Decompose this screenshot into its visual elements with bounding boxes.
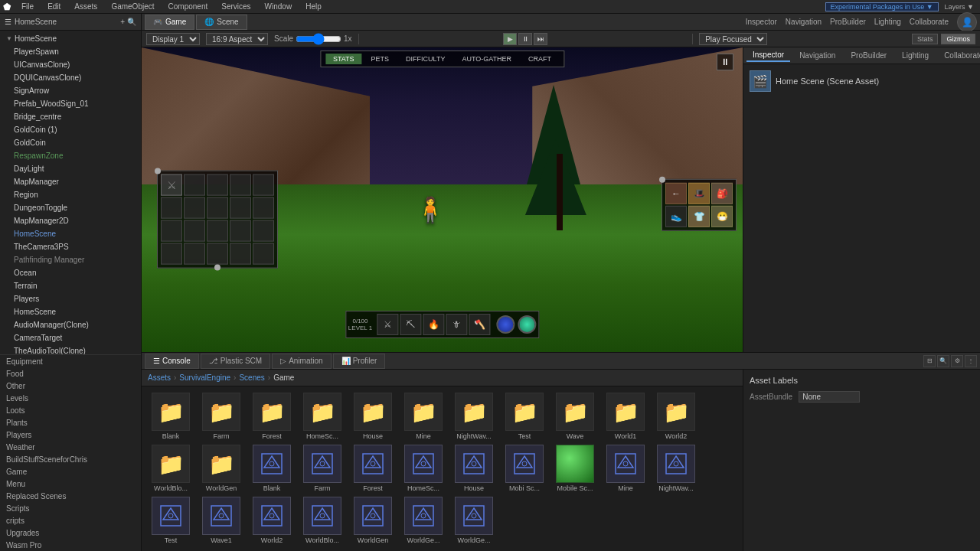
search-icon[interactable]: 🔍 xyxy=(937,355,949,367)
inv-cell[interactable] xyxy=(230,220,251,242)
inv-cell[interactable] xyxy=(184,243,205,265)
hierarchy-item[interactable]: Ocean xyxy=(0,266,141,279)
experimental-packages-btn[interactable]: Experimental Packages in Use ▼ xyxy=(825,2,939,11)
inventory-handle[interactable] xyxy=(155,168,161,174)
hierarchy-item[interactable]: PlayerSpawn xyxy=(0,45,141,58)
inspector-tab-btn[interactable]: Inspector xyxy=(743,18,780,26)
inv-cell[interactable] xyxy=(207,243,228,265)
sidebar-item-equipment[interactable]: Equipment xyxy=(0,355,141,367)
asset-scene-mine[interactable]: Mine xyxy=(603,445,648,492)
hierarchy-item[interactable]: UICanvasClone) xyxy=(0,58,141,71)
breadcrumb-assets[interactable]: Assets xyxy=(148,373,171,382)
inv-cell[interactable] xyxy=(253,220,274,242)
sidebar-item-buildstuff[interactable]: BuildStuffSceneforChris xyxy=(0,453,141,465)
inv-cell[interactable] xyxy=(161,197,182,219)
inv-cell[interactable] xyxy=(253,174,274,196)
hotbar-slot-3[interactable]: 🔥 xyxy=(423,314,444,335)
layers-btn[interactable]: Layers ▼ xyxy=(942,3,977,11)
hierarchy-item[interactable]: TheCamera3PS xyxy=(0,240,141,253)
sidebar-item-scripts[interactable]: Scripts xyxy=(0,502,141,514)
asset-folder-farm[interactable]: 📁 Farm xyxy=(198,393,244,440)
sidebar-item-players[interactable]: Players xyxy=(0,429,141,441)
hierarchy-item[interactable]: MapManager xyxy=(0,175,141,188)
asset-folder-worldblo[interactable]: 📁 WorldBlo... xyxy=(148,445,194,492)
sidebar-item-other[interactable]: Other xyxy=(0,380,141,392)
menu-component[interactable]: Component xyxy=(165,2,211,11)
game-pause-btn[interactable]: ⏸ xyxy=(717,54,733,70)
game-view[interactable]: 🧍 STATS PETS DIFFICULTY AUTO-GATHER CRAF… xyxy=(142,47,743,352)
sidebar-item-game[interactable]: Game xyxy=(0,465,141,478)
hotbar-slot-1[interactable]: ⚔ xyxy=(377,314,398,335)
sidebar-item-upgrades[interactable]: Upgrades xyxy=(0,527,141,539)
asset-scene-nightwav[interactable]: NightWav... xyxy=(653,445,699,492)
equip-hat-slot[interactable]: 🎩 xyxy=(688,183,710,204)
asset-folder-forest[interactable]: 📁 Forest xyxy=(249,393,295,440)
asset-folder-nightwav[interactable]: 📁 NightWav... xyxy=(451,393,497,440)
sidebar-item-cripts[interactable]: cripts xyxy=(0,514,141,527)
step-button[interactable]: ⏭ xyxy=(534,33,547,45)
inv-cell[interactable] xyxy=(161,243,182,265)
asset-scene-mobisc[interactable]: Mobi Sc... xyxy=(501,445,547,492)
hierarchy-item[interactable]: GoldCoin (1) xyxy=(0,123,141,136)
hierarchy-item[interactable]: DQUICanvasClone) xyxy=(0,71,141,84)
equip-mask-slot[interactable]: 😷 xyxy=(711,206,733,227)
asset-scene-forest[interactable]: Forest xyxy=(350,445,396,492)
inv-cell[interactable] xyxy=(230,197,251,219)
hierarchy-item[interactable]: DungeonToggle xyxy=(0,201,141,214)
sidebar-item-replaced[interactable]: Replaced Scenes xyxy=(0,490,141,502)
collapse-icon[interactable]: ⊟ xyxy=(923,355,936,367)
asset-folder-world2[interactable]: 📁 World2 xyxy=(653,393,699,440)
more-icon[interactable]: ⋮ xyxy=(965,355,977,367)
hotbar-slot-2[interactable]: ⛏ xyxy=(400,314,421,335)
equip-shoe-slot[interactable]: 👟 xyxy=(665,206,687,227)
inv-cell[interactable] xyxy=(184,197,205,219)
inv-cell[interactable] xyxy=(207,197,228,219)
asset-scene-blank[interactable]: Blank xyxy=(249,445,295,492)
asset-folder-wave[interactable]: 📁 Wave xyxy=(552,393,598,440)
hierarchy-item[interactable]: Bridge_centre xyxy=(0,110,141,123)
pause-button[interactable]: ⏸ xyxy=(518,33,532,45)
menu-help[interactable]: Help xyxy=(302,2,325,11)
breadcrumb-scenes[interactable]: Scenes xyxy=(239,373,264,382)
stats-btn[interactable]: Stats xyxy=(912,34,939,44)
inspector-tab-lighting[interactable]: Lighting xyxy=(896,50,935,61)
hierarchy-item[interactable]: CameraTarget xyxy=(0,331,141,344)
equip-shirt-slot[interactable]: 👕 xyxy=(688,206,710,227)
equip-handle[interactable] xyxy=(659,177,665,183)
asset-folder-blank[interactable]: 📁 Blank xyxy=(148,393,194,440)
hierarchy-item[interactable]: DayLight xyxy=(0,162,141,175)
hierarchy-item[interactable]: HomeScene xyxy=(0,305,141,318)
asset-scene-homesc[interactable]: HomeSc... xyxy=(400,445,446,492)
lighting-tab-btn[interactable]: Lighting xyxy=(871,18,904,26)
hierarchy-item[interactable]: AudioManager(Clone) xyxy=(0,318,141,331)
nav-tab-autogather[interactable]: AUTO-GATHER xyxy=(454,54,519,64)
asset-scene-worldgen[interactable]: WorldGen xyxy=(350,497,396,544)
sidebar-item-weather[interactable]: Weather xyxy=(0,441,141,453)
hotbar-slot-5[interactable]: 🪓 xyxy=(469,314,490,335)
hierarchy-item[interactable]: MapManager2D xyxy=(0,214,141,227)
hierarchy-item[interactable]: Pathfinding Manager xyxy=(0,253,141,266)
play-focused-dropdown[interactable]: Play Focused xyxy=(699,33,767,45)
hierarchy-search-btn[interactable]: 🔍 xyxy=(127,18,136,26)
inv-cell[interactable]: ⚔ xyxy=(161,174,182,196)
inv-cell[interactable] xyxy=(253,243,274,265)
asset-folder-house[interactable]: 📁 House xyxy=(350,393,396,440)
asset-scene-worldge-2[interactable]: WorldGe... xyxy=(451,497,497,544)
hierarchy-item[interactable]: HomeScene xyxy=(0,227,141,240)
inv-cell[interactable] xyxy=(207,174,228,196)
user-avatar[interactable]: 👤 xyxy=(957,12,977,32)
sidebar-item-menu[interactable]: Menu xyxy=(0,478,141,490)
inv-cell[interactable] xyxy=(184,220,205,242)
asset-folder-worldgen[interactable]: 📁 WorldGen xyxy=(198,445,244,492)
bottom-tab-plasticscm[interactable]: ⎇ Plastic SCM xyxy=(201,354,270,369)
inv-cell[interactable] xyxy=(230,243,251,265)
bottom-tab-animation[interactable]: ▷ Animation xyxy=(272,354,331,369)
menu-edit[interactable]: Edit xyxy=(44,2,64,11)
inv-cell[interactable] xyxy=(207,220,228,242)
aspect-dropdown[interactable]: 16:9 Aspect xyxy=(206,33,268,45)
asset-scene-wave1[interactable]: Wave1 xyxy=(198,497,244,544)
inv-cell[interactable] xyxy=(161,220,182,242)
scale-slider[interactable] xyxy=(296,35,341,43)
asset-scene-test[interactable]: Test xyxy=(148,497,194,544)
sidebar-item-levels[interactable]: Levels xyxy=(0,392,141,404)
